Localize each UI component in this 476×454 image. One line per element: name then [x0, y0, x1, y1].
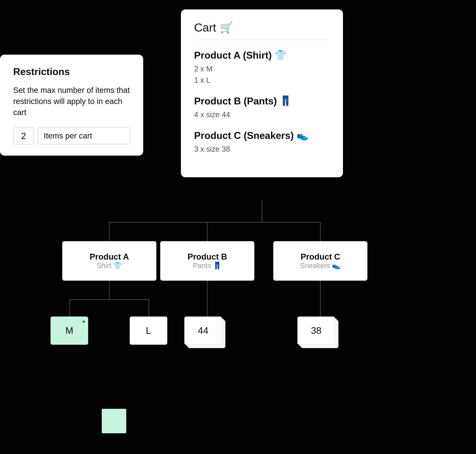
restrictions-title: Restrictions — [13, 66, 130, 77]
cart-product-b-detail-1: 4 x size 44 — [194, 109, 330, 120]
variant-44-label[interactable]: 44 — [184, 317, 222, 345]
cart-title: Cart — [194, 21, 216, 34]
product-c-subtitle-text: Sneakers — [300, 262, 330, 270]
restrictions-card: Restrictions Set the max number of items… — [0, 55, 143, 156]
cart-product-b: Product B (Pants) 👖 4 x size 44 — [194, 95, 330, 120]
product-c-subtitle: Sneakers 👟 — [300, 261, 341, 270]
product-a-node[interactable]: Product A Shirt 👕 — [62, 241, 156, 281]
cart-product-a-icon: 👕 — [274, 49, 287, 61]
cart-product-c-detail-1: 3 x size 38 — [194, 143, 330, 155]
restrictions-number-input[interactable]: 2 — [13, 127, 34, 144]
cart-product-c-icon: 👟 — [296, 130, 309, 141]
cart-product-c-label: Product C (Sneakers) — [194, 130, 294, 141]
variant-38-label[interactable]: 38 — [297, 317, 335, 345]
product-b-node[interactable]: Product B Pants 👖 — [160, 241, 254, 281]
product-b-title: Product B — [187, 252, 227, 261]
cart-icon: 🛒 — [220, 21, 233, 34]
green-legend-square — [102, 409, 126, 433]
product-a-title: Product A — [90, 252, 129, 261]
cart-divider — [194, 40, 330, 40]
product-b-pants-icon: 👖 — [213, 261, 222, 270]
restrictions-input-row: 2 Items per cart — [13, 127, 130, 144]
product-a-subtitle: Shirt 👕 — [97, 261, 122, 270]
product-c-title: Product C — [300, 252, 340, 261]
variant-m-label: M — [65, 325, 73, 336]
cart-product-b-label: Product B (Pants) — [194, 95, 277, 107]
product-b-subtitle: Pants 👖 — [193, 261, 222, 270]
cart-product-b-icon: 👖 — [279, 95, 292, 107]
variant-m-node[interactable]: M * — [51, 317, 88, 345]
cart-product-a: Product A (Shirt) 👕 2 x M 1 x L — [194, 49, 330, 86]
cart-card: Cart 🛒 Product A (Shirt) 👕 2 x M 1 x L P… — [181, 9, 343, 177]
product-c-node[interactable]: Product C Sneakers 👟 — [273, 241, 368, 281]
cart-header: Cart 🛒 — [194, 21, 330, 34]
cart-product-b-name: Product B (Pants) 👖 — [194, 95, 330, 107]
restrictions-label: Items per cart — [38, 127, 130, 144]
cart-product-c-name: Product C (Sneakers) 👟 — [194, 130, 330, 141]
product-c-sneakers-icon: 👟 — [332, 261, 341, 270]
cart-product-a-name: Product A (Shirt) 👕 — [194, 49, 330, 61]
variant-l-label: L — [146, 325, 151, 336]
product-a-shirt-icon: 👕 — [113, 261, 122, 270]
variant-asterisk: * — [82, 319, 85, 327]
cart-product-c: Product C (Sneakers) 👟 3 x size 38 — [194, 130, 330, 155]
cart-product-a-detail-1: 2 x M — [194, 63, 330, 74]
restrictions-description: Set the max number of items that restric… — [13, 85, 130, 118]
product-b-subtitle-text: Pants — [193, 262, 211, 270]
cart-product-a-label: Product A (Shirt) — [194, 50, 272, 61]
variant-l-node[interactable]: L — [130, 317, 167, 345]
product-a-subtitle-text: Shirt — [97, 262, 111, 270]
cart-product-a-detail-2: 1 x L — [194, 74, 330, 86]
